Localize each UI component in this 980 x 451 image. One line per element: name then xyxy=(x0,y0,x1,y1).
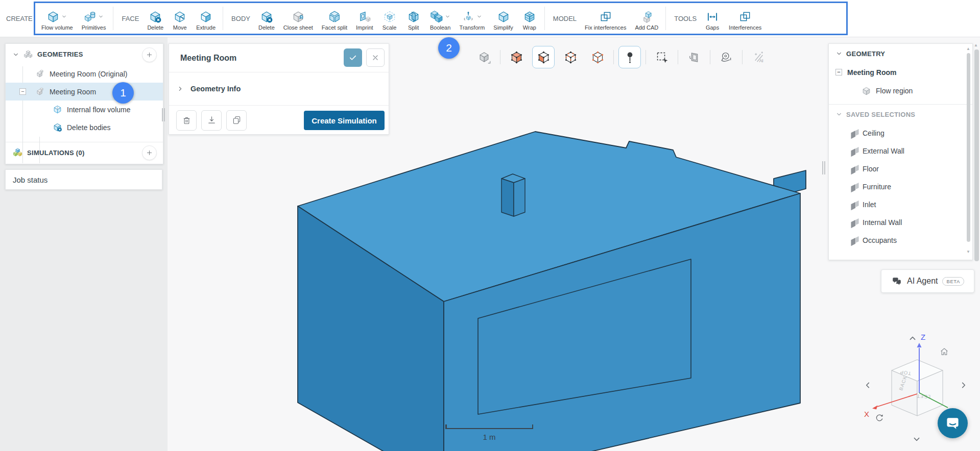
toolbar-button-body-wrap[interactable]: Wrap xyxy=(522,9,537,31)
tree-item-meeting-room-original[interactable]: Meeting Room (Original) xyxy=(6,65,163,83)
scroll-up-arrow[interactable]: ▲ xyxy=(966,47,970,51)
select-edges-icon xyxy=(564,51,578,64)
toolbar-button-flow-volume[interactable]: Flow volume xyxy=(41,9,73,31)
close-button[interactable] xyxy=(366,48,385,67)
toolbar-button-body-split[interactable]: Split xyxy=(406,9,421,31)
selection-item-occupants[interactable]: Occupants xyxy=(829,231,972,249)
ai-selection-icon xyxy=(752,51,766,64)
collapse-toggle[interactable]: − xyxy=(835,69,842,76)
duplicate-geometry-button[interactable] xyxy=(226,110,247,131)
chevron-down-icon[interactable] xyxy=(835,110,843,118)
tool-box-select[interactable] xyxy=(651,46,673,68)
toolbar-section-tools: TOOLS Gaps Interferences xyxy=(673,6,761,31)
toolbar-button-body-delete[interactable]: Delete xyxy=(258,9,275,31)
toolbar-button-body-imprint[interactable]: Imprint xyxy=(356,9,373,31)
inlet-icon xyxy=(848,199,858,209)
tree-item-meeting-room[interactable]: − Meeting Room xyxy=(6,83,163,101)
confirm-button[interactable] xyxy=(344,48,362,67)
selection-item-internal-wall[interactable]: Internal Wall xyxy=(829,213,972,231)
home-view-button[interactable] xyxy=(941,348,948,355)
tool-select-vertices[interactable] xyxy=(586,46,609,68)
plus-icon xyxy=(146,51,153,59)
viewport-toolbar xyxy=(473,46,770,68)
support-chat-button[interactable] xyxy=(938,408,968,438)
tool-measure[interactable] xyxy=(715,46,737,68)
tree-item-internal-flow-volume[interactable]: Internal flow volume xyxy=(6,101,163,118)
rotate-down-button[interactable] xyxy=(914,438,919,441)
tree-item-delete-bodies[interactable]: Delete bodies xyxy=(6,118,163,136)
tool-select-edges[interactable] xyxy=(559,46,582,68)
toolbar-button-gaps[interactable]: Gaps xyxy=(705,9,720,31)
beta-badge: BETA xyxy=(942,277,964,286)
ai-agent-button[interactable]: AI Agent BETA xyxy=(881,269,974,293)
chevron-down-icon[interactable] xyxy=(61,13,67,20)
selection-item-external-wall[interactable]: External Wall xyxy=(829,142,972,160)
toolbar-button-face-delete[interactable]: Delete xyxy=(147,9,163,31)
tool-probe-point[interactable] xyxy=(618,46,641,68)
scroll-up-arrow[interactable]: ▲ xyxy=(974,43,978,47)
chevron-down-icon[interactable] xyxy=(476,13,483,20)
create-simulation-button[interactable]: Create Simulation xyxy=(304,111,385,130)
geometries-header[interactable]: GEOMETRIES xyxy=(6,44,163,65)
geometry-header[interactable]: GEOMETRY xyxy=(829,44,972,63)
toolbar-highlight-box: Flow volume Primitives FACE Delete Move xyxy=(34,2,848,35)
scroll-down-arrow[interactable]: ▼ xyxy=(966,250,970,254)
check-icon xyxy=(348,53,357,62)
tool-ai-selection[interactable] xyxy=(747,46,770,68)
toolbar-button-body-scale[interactable]: Scale xyxy=(382,9,397,31)
add-geometry-button[interactable] xyxy=(142,47,157,62)
toolbar-button-body-boolean[interactable]: Boolean xyxy=(430,9,451,31)
toolbar-button-face-extrude[interactable]: Extrude xyxy=(196,9,216,31)
geometry-info-toggle[interactable]: Geometry Info xyxy=(169,72,389,106)
geometry-icon xyxy=(35,87,45,96)
tool-render-mode[interactable] xyxy=(473,46,495,68)
tree-item-flow-region[interactable]: Flow region xyxy=(829,82,972,100)
panel-scrollbar[interactable]: ▲ ▼ xyxy=(967,48,970,253)
rotate-view-button[interactable] xyxy=(876,414,882,420)
toolbar-button-body-transform[interactable]: Transform xyxy=(460,9,485,31)
chevron-down-icon[interactable] xyxy=(12,51,20,59)
delete-geometry-button[interactable] xyxy=(176,110,197,131)
rotate-left-button[interactable] xyxy=(867,383,869,387)
geometry-title: GEOMETRY xyxy=(846,50,885,58)
toolbar-divider xyxy=(710,50,710,64)
dialog-title: Meeting Room xyxy=(180,54,236,63)
selection-item-floor[interactable]: Floor xyxy=(829,160,972,178)
scrollbar-thumb[interactable] xyxy=(967,53,970,242)
meeting-room-model[interactable] xyxy=(298,132,806,451)
panel-resize-handle[interactable] xyxy=(162,108,165,121)
chevron-down-icon[interactable] xyxy=(835,49,843,58)
job-status-panel[interactable]: Job status xyxy=(5,169,162,190)
simulations-header[interactable]: SIMULATIONS (0) xyxy=(6,142,163,163)
scrollbar-thumb[interactable] xyxy=(974,49,979,261)
collapse-toggle[interactable]: − xyxy=(19,88,26,95)
panel-resize-handle[interactable] xyxy=(822,161,826,174)
tool-select-volumes[interactable] xyxy=(505,46,528,68)
selection-item-inlet[interactable]: Inlet xyxy=(829,195,972,213)
saved-selections-header[interactable]: SAVED SELECTIONS xyxy=(829,105,972,124)
selection-item-ceiling[interactable]: Ceiling xyxy=(829,124,972,142)
toolbar-button-add-cad[interactable]: Add CAD xyxy=(635,9,658,31)
window-scrollbar[interactable]: ▲ xyxy=(974,43,979,449)
delete-icon xyxy=(149,10,162,23)
tool-hide-faces[interactable] xyxy=(683,46,705,68)
chevron-down-icon[interactable] xyxy=(98,13,104,20)
toolbar-button-primitives[interactable]: Primitives xyxy=(82,9,106,31)
toolbar-button-body-close-sheet[interactable]: Close sheet xyxy=(283,9,313,31)
tree-item-meeting-room[interactable]: − Meeting Room xyxy=(829,63,972,82)
rotate-up-button[interactable] xyxy=(910,337,915,340)
toolbar-button-face-move[interactable]: Move xyxy=(172,9,187,31)
plus-icon xyxy=(146,149,153,157)
selection-item-furniture[interactable]: Furniture xyxy=(829,178,972,195)
add-simulation-button[interactable] xyxy=(142,145,157,160)
gizmo-face-label-left[interactable]: LEFT xyxy=(916,393,930,400)
toolbar-button-interferences[interactable]: Interferences xyxy=(729,9,761,31)
toolbar-button-body-facet-split[interactable]: Facet split xyxy=(322,9,347,31)
chevron-down-icon[interactable] xyxy=(444,13,451,20)
download-geometry-button[interactable] xyxy=(201,110,222,131)
box-select-icon xyxy=(655,51,669,64)
tool-select-faces[interactable] xyxy=(532,46,555,68)
toolbar-button-fix-interferences[interactable]: Fix interferences xyxy=(585,9,626,31)
rotate-right-button[interactable] xyxy=(963,383,965,387)
toolbar-button-body-simplify[interactable]: Simplify xyxy=(493,9,513,31)
